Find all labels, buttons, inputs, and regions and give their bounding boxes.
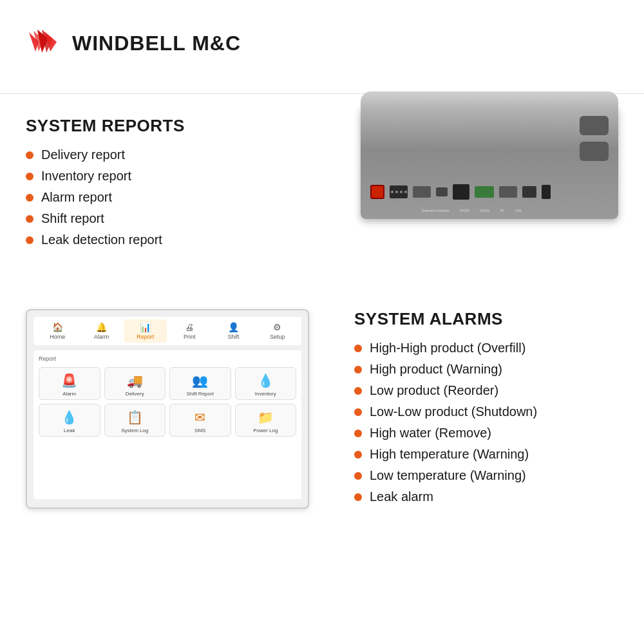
list-item: Low product (Reorder) (354, 383, 625, 398)
system-alarms-title: SYSTEM ALARMS (354, 309, 625, 329)
bullet-dot (26, 236, 33, 244)
power-inlet (453, 184, 469, 200)
nav-alarm[interactable]: 🔔 Alarm (80, 319, 122, 343)
rs232-label-1: RS232 (460, 209, 469, 213)
device-ports (370, 184, 551, 200)
usb-port (542, 185, 551, 199)
delivery-report-icon: 🚚 (127, 373, 143, 388)
bump-top (580, 116, 609, 135)
home-icon: 🏠 (52, 322, 63, 332)
bullet-dot (26, 215, 33, 223)
nav-report[interactable]: 📊 Report (124, 319, 167, 343)
bullet-dot (354, 366, 362, 374)
report-icon: 📊 (140, 322, 151, 332)
alarm-icon: 🔔 (96, 322, 107, 332)
rs232-label-2: RS232 (480, 209, 489, 213)
nav-print-label: Print (184, 334, 196, 340)
syslog-report-icon: 📋 (127, 410, 143, 425)
list-item: High-High product (Overfill) (354, 341, 625, 355)
logo-area: WINDBELL M&C (26, 26, 241, 61)
screen-content: Report 🚨 Alarm 🚚 Delivery 👥 Shift Report… (33, 350, 301, 499)
pc-label: PC (500, 209, 504, 213)
alarm-item-5: High water (Remove) (370, 426, 491, 440)
nav-home[interactable]: 🏠 Home (36, 319, 79, 343)
screen-nav: 🏠 Home 🔔 Alarm 📊 Report 🖨 Print 👤 Shift … (33, 317, 301, 345)
report-box-shift[interactable]: 👥 Shift Report (169, 367, 231, 400)
report-box-syslog[interactable]: 📋 System Log (104, 404, 166, 437)
delivery-report-label: Delivery (126, 391, 144, 397)
report-item-1: Delivery report (41, 147, 125, 162)
list-item: Delivery report (26, 147, 270, 162)
usb-label: USB (515, 209, 521, 213)
device-top (361, 91, 618, 111)
bullet-dot (354, 451, 362, 459)
bullet-dot (354, 345, 362, 352)
bump-bottom (580, 142, 609, 161)
report-box-sms[interactable]: ✉ SMS (169, 404, 231, 437)
system-alarms-section: SYSTEM ALARMS High-High product (Overfil… (354, 309, 625, 511)
nav-print[interactable]: 🖨 Print (168, 319, 211, 343)
shift-report-icon: 👥 (192, 373, 208, 388)
list-item: High product (Warning) (354, 362, 625, 377)
report-item-3: Alarm report (41, 190, 112, 205)
bullet-dot (354, 430, 362, 437)
alarm-item-8: Leak alarm (370, 489, 433, 504)
db9-port-2 (499, 186, 517, 198)
device-image: Extension Interface RS232 RS232 PC USB (354, 103, 625, 251)
report-box-alarm[interactable]: 🚨 Alarm (39, 367, 100, 400)
nav-shift[interactable]: 👤 Shift (212, 319, 254, 343)
extension-label: Extension Interface (422, 209, 450, 213)
inventory-report-label: Inventory (255, 391, 276, 397)
logo-text: WINDBELL M&C (72, 32, 241, 55)
leak-report-label: Leak (64, 428, 75, 433)
list-item: Inventory report (26, 169, 270, 184)
sms-report-label: SMS (194, 428, 205, 433)
alarm-item-1: High-High product (Overfill) (370, 341, 526, 355)
alarm-item-3: Low product (Reorder) (370, 383, 498, 398)
syslog-report-label: System Log (121, 428, 148, 433)
bullet-dot (354, 472, 362, 480)
terminal-block (475, 186, 494, 198)
nav-setup[interactable]: ⚙ Setup (256, 319, 299, 343)
screen-report-label: Report (39, 355, 296, 362)
list-item: Leak detection report (26, 232, 270, 247)
report-box-inventory[interactable]: 💧 Inventory (235, 367, 297, 400)
shift-report-label: Shift Report (187, 391, 214, 397)
system-reports-section: SYSTEM REPORTS Delivery report Inventory… (26, 116, 270, 254)
nav-shift-label: Shift (227, 334, 239, 340)
bullet-dot (26, 151, 33, 159)
sms-report-icon: ✉ (194, 410, 205, 425)
list-item: Alarm report (26, 190, 270, 205)
logo-icon (26, 26, 64, 61)
report-box-delivery[interactable]: 🚚 Delivery (104, 367, 166, 400)
shift-icon: 👤 (228, 322, 239, 332)
bullet-dot (354, 408, 362, 416)
list-item: Low temperature (Warning) (354, 468, 625, 483)
device-body: Extension Interface RS232 RS232 PC USB (361, 103, 618, 219)
alarm-report-label: Alarm (62, 391, 76, 397)
port-labels: Extension Interface RS232 RS232 PC USB (422, 209, 522, 213)
bullet-dot (26, 194, 33, 202)
alarm-item-2: High product (Warning) (370, 362, 502, 377)
report-box-leak[interactable]: 💧 Leak (39, 404, 100, 437)
device-bumps (580, 116, 609, 161)
list-item: High water (Remove) (354, 426, 625, 440)
powerlog-report-icon: 📁 (258, 410, 274, 425)
alarm-item-7: Low temperature (Warning) (370, 468, 526, 483)
nav-home-label: Home (50, 334, 65, 340)
alarm-report-icon: 🚨 (61, 373, 77, 388)
rj45-port (522, 186, 536, 198)
report-item-2: Inventory report (41, 169, 131, 184)
setup-icon: ⚙ (273, 322, 281, 332)
leak-report-icon: 💧 (61, 410, 77, 425)
nav-setup-label: Setup (270, 334, 285, 340)
list-item: High temperature (Warning) (354, 447, 625, 462)
bnc-port (436, 187, 448, 196)
report-box-powerlog[interactable]: 📁 Power Log (235, 404, 297, 437)
print-icon: 🖨 (185, 322, 194, 332)
alarm-item-4: Low-Low product (Shutdown) (370, 404, 537, 419)
list-item: Leak alarm (354, 489, 625, 504)
alarm-item-6: High temperature (Warning) (370, 447, 529, 462)
list-item: Shift report (26, 211, 270, 226)
reports-list: Delivery report Inventory report Alarm r… (26, 147, 270, 247)
